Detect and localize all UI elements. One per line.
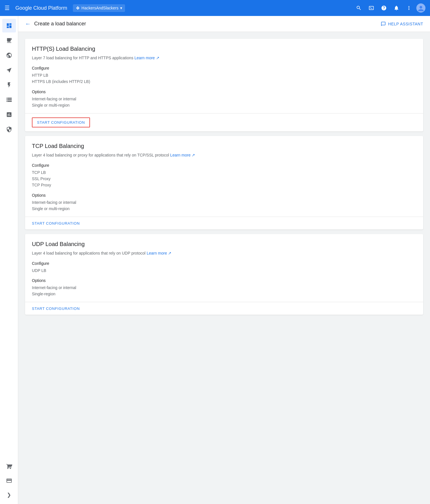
sidebar-item-marketplace[interactable]: [2, 460, 16, 473]
udp-lb-card: UDP Load Balancing Layer 4 load balancin…: [25, 234, 423, 315]
sidebar-item-operations[interactable]: [2, 108, 16, 121]
project-icon: ❖: [76, 5, 80, 11]
tcp-lb-configure-label: Configure: [32, 163, 416, 168]
avatar[interactable]: [416, 3, 425, 13]
sidebar-item-compute[interactable]: [2, 34, 16, 47]
brand-name: Google Cloud Platform: [15, 5, 67, 11]
back-button[interactable]: ←: [25, 21, 31, 27]
tcp-lb-card-footer: START CONFIGURATION: [25, 217, 423, 229]
page-title: Create a load balancer: [34, 21, 86, 27]
project-name: HackersAndSlackers: [81, 6, 118, 10]
sidebar-expand-icon[interactable]: ❯: [2, 488, 16, 502]
chevron-down-icon: ▾: [120, 6, 122, 10]
content-area: HTTP(S) Load Balancing Layer 7 load bala…: [18, 32, 430, 322]
tcp-lb-start-config-button[interactable]: START CONFIGURATION: [32, 221, 80, 225]
tcp-lb-card: TCP Load Balancing Layer 4 load balancin…: [25, 136, 423, 229]
more-options-icon[interactable]: [404, 3, 414, 13]
tcp-lb-title: TCP Load Balancing: [32, 143, 416, 149]
search-icon[interactable]: [354, 3, 364, 13]
sub-header-left: ← Create a load balancer: [25, 21, 86, 27]
sidebar: ❯: [0, 16, 18, 504]
nav-actions: [354, 3, 425, 13]
https-lb-card: HTTP(S) Load Balancing Layer 7 load bala…: [25, 39, 423, 131]
tcp-lb-card-body: TCP Load Balancing Layer 4 load balancin…: [25, 136, 423, 212]
udp-lb-options-label: Options: [32, 278, 416, 283]
help-assistant-label: HELP ASSISTANT: [388, 22, 423, 26]
udp-lb-learn-more-link[interactable]: Learn more ↗: [147, 251, 171, 255]
udp-lb-configure-label: Configure: [32, 261, 416, 266]
https-lb-start-config-button[interactable]: START CONFIGURATION: [32, 117, 90, 127]
https-lb-options-label: Options: [32, 90, 416, 94]
https-lb-learn-more-link[interactable]: Learn more ↗: [134, 56, 159, 60]
sidebar-item-dashboard[interactable]: [2, 19, 16, 32]
udp-lb-description: Layer 4 load balancing for applications …: [32, 251, 416, 255]
help-assistant-button[interactable]: HELP ASSISTANT: [381, 21, 423, 27]
https-lb-title: HTTP(S) Load Balancing: [32, 46, 416, 52]
help-icon[interactable]: [379, 3, 389, 13]
sidebar-item-storage[interactable]: [2, 93, 16, 107]
udp-lb-title: UDP Load Balancing: [32, 241, 416, 247]
sidebar-item-billing[interactable]: [2, 474, 16, 487]
tcp-lb-options-label: Options: [32, 193, 416, 198]
sub-header: ← Create a load balancer HELP ASSISTANT: [18, 16, 430, 32]
udp-lb-configure-items: UDP LB: [32, 267, 416, 274]
notifications-icon[interactable]: [391, 3, 402, 13]
top-navigation: ☰ Google Cloud Platform ❖ HackersAndSlac…: [0, 0, 430, 16]
external-link-icon: ↗: [168, 251, 171, 255]
cloud-shell-icon[interactable]: [366, 3, 376, 13]
tcp-lb-configure-items: TCP LBSSL ProxyTCP Proxy: [32, 169, 416, 188]
udp-lb-card-footer: START CONFIGURATION: [25, 302, 423, 315]
sidebar-bottom: ❯: [2, 459, 16, 502]
sidebar-item-security[interactable]: [2, 123, 16, 136]
sidebar-item-traffic[interactable]: [2, 63, 16, 77]
https-lb-configure-items: HTTP LBHTTPS LB (includes HTTP/2 LB): [32, 72, 416, 85]
main-content: ← Create a load balancer HELP ASSISTANT …: [18, 16, 430, 504]
external-link-icon: ↗: [192, 153, 195, 157]
udp-lb-card-body: UDP Load Balancing Layer 4 load balancin…: [25, 234, 423, 297]
tcp-lb-options-items: Internet-facing or internalSingle or mul…: [32, 199, 416, 212]
https-lb-description: Layer 7 load balancing for HTTP and HTTP…: [32, 56, 416, 60]
tcp-lb-learn-more-link[interactable]: Learn more ↗: [170, 153, 195, 157]
udp-lb-options-items: Internet-facing or internalSingle-region: [32, 284, 416, 297]
https-lb-options-items: Internet-facing or internalSingle or mul…: [32, 96, 416, 109]
udp-lb-start-config-button[interactable]: START CONFIGURATION: [32, 306, 80, 311]
project-selector[interactable]: ❖ HackersAndSlackers ▾: [73, 4, 125, 12]
https-lb-card-footer: START CONFIGURATION: [25, 113, 423, 131]
external-link-icon: ↗: [156, 56, 159, 60]
sidebar-item-functions[interactable]: [2, 78, 16, 92]
https-lb-configure-label: Configure: [32, 66, 416, 70]
tcp-lb-description: Layer 4 load balancing or proxy for appl…: [32, 153, 416, 157]
hamburger-menu-icon[interactable]: ☰: [5, 5, 10, 11]
sidebar-item-network[interactable]: [2, 48, 16, 62]
https-lb-card-body: HTTP(S) Load Balancing Layer 7 load bala…: [25, 39, 423, 109]
